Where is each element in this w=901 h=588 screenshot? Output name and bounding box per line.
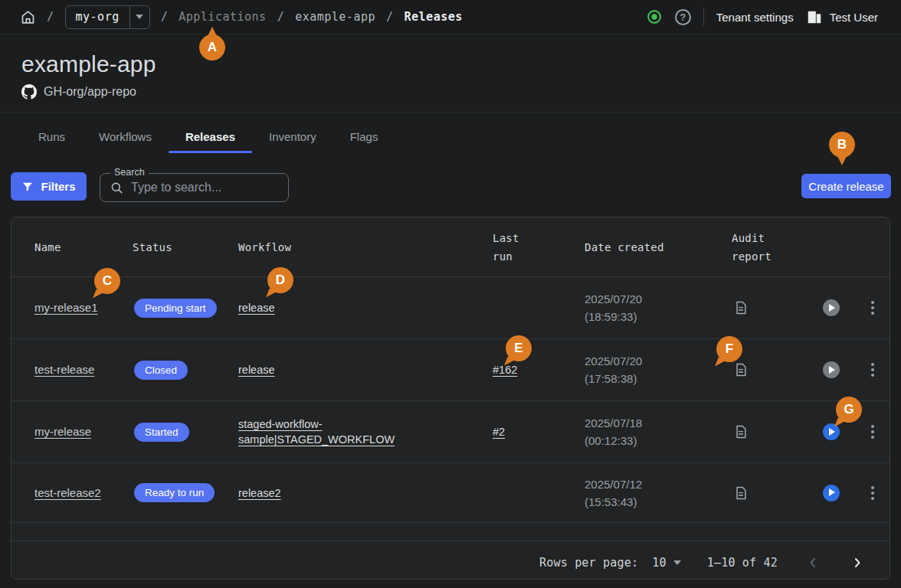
status-badge: Pending start	[134, 299, 217, 318]
chevron-right-icon	[850, 555, 865, 570]
chevron-down-icon	[673, 560, 681, 565]
filter-funnel-icon	[21, 181, 34, 193]
status-badge: Started	[134, 423, 189, 442]
workflow-link[interactable]: release2	[238, 485, 281, 501]
create-release-button[interactable]: Create release	[801, 174, 891, 198]
run-release-play-button[interactable]	[823, 361, 840, 378]
table-pagination: Rows per page: 10 1–10 of 42	[11, 541, 890, 580]
status-online-icon[interactable]	[646, 8, 663, 25]
topbar: / my-org / Applications / example-app / …	[0, 0, 901, 34]
breadcrumb-applications[interactable]: Applications	[179, 10, 266, 24]
filters-button[interactable]: Filters	[11, 172, 87, 201]
topbar-divider	[703, 8, 704, 26]
rows-per-page-select[interactable]: 10	[652, 556, 680, 570]
column-header-name: Name	[34, 238, 133, 256]
row-menu-kebab-icon[interactable]	[868, 360, 877, 380]
date-created-cell: 2025/07/18(00:12:33)	[585, 414, 732, 449]
rows-per-page-label: Rows per page:	[539, 556, 638, 570]
annotation-marker-a: A	[199, 34, 225, 60]
github-icon	[21, 84, 37, 100]
user-menu[interactable]: Test User	[806, 8, 878, 25]
breadcrumb-separator: /	[47, 10, 54, 24]
help-icon[interactable]	[675, 9, 691, 25]
previous-page-button[interactable]	[804, 554, 822, 572]
document-icon	[733, 424, 749, 439]
user-name: Test User	[830, 11, 878, 24]
org-selector[interactable]: my-org	[65, 5, 150, 29]
annotation-marker-f: F	[716, 336, 742, 362]
annotation-marker-d: D	[267, 267, 293, 293]
partial-table-row	[11, 522, 890, 541]
annotation-marker-e: E	[506, 335, 532, 361]
run-release-play-button[interactable]	[823, 485, 840, 501]
column-header-audit-report: Audit report	[732, 229, 781, 266]
workflow-link[interactable]: release	[238, 362, 275, 377]
org-selector-caret	[129, 5, 149, 29]
run-release-play-button[interactable]	[823, 299, 840, 316]
annotation-marker-c: C	[94, 268, 120, 294]
repo-link: GH-org/app-repo	[21, 84, 901, 100]
row-menu-kebab-icon[interactable]	[868, 422, 877, 442]
search-icon	[110, 181, 124, 195]
pagination-range: 1–10 of 42	[707, 556, 778, 570]
audit-report-button[interactable]	[733, 424, 749, 439]
column-header-workflow: Workflow	[238, 238, 493, 256]
tab-workflows[interactable]: Workflows	[82, 120, 169, 153]
tab-releases[interactable]: Releases	[169, 120, 252, 153]
annotation-marker-g: G	[836, 397, 862, 423]
table-row: test-release Closed release #162 2025/07…	[11, 338, 890, 400]
breadcrumb-separator: /	[277, 10, 285, 24]
search-field: Search	[100, 173, 289, 202]
release-name-link[interactable]: my-release1	[34, 301, 98, 314]
search-input[interactable]	[131, 181, 290, 194]
chevron-left-icon	[805, 555, 821, 570]
audit-report-button[interactable]	[733, 485, 749, 501]
topbar-actions: Tenant settings Test User	[646, 8, 878, 26]
row-menu-kebab-icon[interactable]	[868, 483, 877, 503]
rows-per-page-value: 10	[652, 556, 666, 570]
annotation-marker-b: B	[829, 132, 855, 158]
tab-inventory[interactable]: Inventory	[252, 120, 333, 153]
tenant-settings-link[interactable]: Tenant settings	[716, 11, 794, 24]
table-row: test-release2 Ready to run release2 2025…	[11, 462, 890, 522]
tab-bar: Runs Workflows Releases Inventory Flags	[21, 120, 395, 153]
column-header-date-created: Date created	[585, 238, 732, 256]
column-header-status: Status	[133, 238, 238, 256]
status-badge: Closed	[134, 361, 188, 380]
next-page-button[interactable]	[848, 554, 867, 572]
release-name-link[interactable]: test-release	[34, 363, 94, 376]
search-field-label: Search	[110, 167, 149, 178]
table-header-row: Name Status Workflow Last run Date creat…	[11, 217, 890, 276]
home-icon[interactable]	[20, 9, 36, 25]
date-created-cell: 2025/07/20(17:58:38)	[585, 352, 732, 387]
release-name-link[interactable]: my-release	[34, 425, 91, 438]
date-created-cell: 2025/07/20(18:59:33)	[585, 290, 732, 325]
breadcrumb-example-app[interactable]: example-app	[295, 10, 375, 24]
last-run-link[interactable]: #2	[493, 426, 505, 438]
filters-button-label: Filters	[41, 180, 75, 193]
breadcrumb-separator: /	[386, 10, 394, 24]
table-row: my-release Started staged-workflow-sampl…	[11, 400, 890, 462]
workflow-link[interactable]: staged-workflow-sample|STAGED_WORKFLOW	[238, 416, 392, 447]
breadcrumb-separator: /	[161, 10, 169, 24]
audit-report-button[interactable]	[733, 362, 749, 377]
tab-runs[interactable]: Runs	[21, 120, 82, 153]
repo-name: GH-org/app-repo	[44, 85, 136, 99]
document-icon	[733, 362, 749, 377]
breadcrumb-current-releases: Releases	[405, 10, 463, 24]
org-selector-value: my-org	[66, 10, 129, 24]
document-icon	[733, 485, 749, 501]
table-row: my-release1 Pending start release 2025/0…	[11, 276, 890, 338]
app-root: / my-org / Applications / example-app / …	[0, 0, 901, 588]
workflow-link[interactable]: release	[238, 300, 275, 315]
releases-table: Name Status Workflow Last run Date creat…	[11, 217, 890, 580]
date-created-cell: 2025/07/12(15:53:43)	[585, 475, 732, 511]
release-name-link[interactable]: test-release2	[34, 486, 101, 499]
document-icon	[733, 300, 749, 315]
row-menu-kebab-icon[interactable]	[868, 298, 877, 318]
tab-flags[interactable]: Flags	[333, 120, 395, 153]
breadcrumb: / my-org / Applications / example-app / …	[20, 5, 646, 29]
app-header: example-app GH-org/app-repo	[0, 34, 901, 113]
page-title: example-app	[21, 51, 901, 77]
audit-report-button[interactable]	[733, 300, 749, 315]
